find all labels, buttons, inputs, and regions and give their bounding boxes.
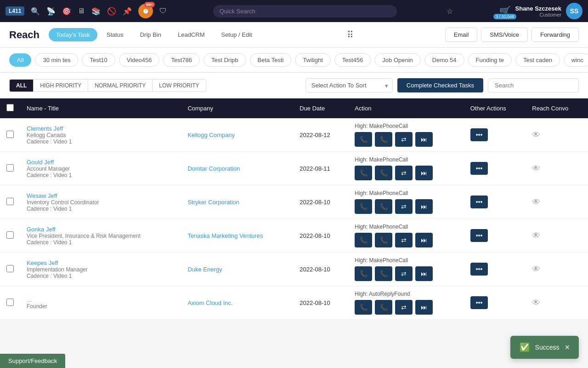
more-actions-btn[interactable]: •••	[470, 162, 488, 175]
view-convo-icon[interactable]: 👁	[532, 298, 540, 307]
company-link[interactable]: Duke Energy	[187, 266, 222, 273]
filter-test786[interactable]: Test786	[163, 53, 200, 67]
pin-icon[interactable]: 📌	[123, 7, 132, 16]
view-convo-icon[interactable]: 👁	[532, 164, 540, 173]
search-nav-icon[interactable]: 🔍	[31, 7, 40, 16]
avatar[interactable]: SS	[566, 3, 582, 19]
view-convo-icon[interactable]: 👁	[532, 197, 540, 207]
skip-btn[interactable]: ⏭	[415, 300, 433, 315]
call-btn-2[interactable]: 📞	[375, 266, 392, 281]
nav-todays-task[interactable]: Today's Task	[49, 28, 97, 41]
call-btn-1[interactable]: 📞	[355, 132, 372, 147]
contact-name-link[interactable]: Keepes Jeff	[27, 259, 175, 266]
contact-name-link[interactable]: Gould Jeff	[27, 159, 175, 166]
priority-group: ALL HIGH PRIORITY NORMAL PRIORITY LOW PR…	[9, 79, 206, 92]
more-actions-btn[interactable]: •••	[470, 229, 488, 242]
complete-checked-btn[interactable]: Complete Checked Tasks	[397, 78, 483, 92]
notification-button[interactable]: 🕐 99+	[138, 4, 153, 18]
transfer-btn[interactable]: ⇄	[395, 266, 413, 281]
call-btn-2[interactable]: 📞	[375, 166, 392, 180]
skip-btn[interactable]: ⏭	[415, 266, 433, 281]
company-link[interactable]: Kellogg Company	[187, 132, 235, 138]
filter-test-caden[interactable]: Test caden	[515, 53, 560, 67]
call-btn-1[interactable]: 📞	[355, 166, 372, 180]
skip-btn[interactable]: ⏭	[415, 166, 433, 180]
contact-name-link[interactable]: ...	[27, 296, 175, 303]
star-icon[interactable]: ☆	[447, 7, 453, 16]
call-btn-2[interactable]: 📞	[375, 233, 392, 247]
layers-icon[interactable]: 📚	[91, 7, 101, 16]
row-checkbox[interactable]	[6, 164, 14, 172]
quick-search-bar[interactable]	[213, 5, 397, 17]
transfer-btn[interactable]: ⇄	[395, 233, 413, 247]
row-checkbox[interactable]	[6, 198, 14, 205]
filter-winc[interactable]: winc	[564, 53, 588, 67]
skip-btn[interactable]: ⏭	[415, 132, 433, 147]
contact-name-link[interactable]: Gonka Jeff	[27, 226, 175, 233]
company-link[interactable]: Domtar Corporation	[187, 165, 240, 172]
filter-test10[interactable]: Test10	[82, 53, 115, 67]
transfer-btn[interactable]: ⇄	[395, 132, 413, 147]
sms-voice-button[interactable]: SMS/Voice	[481, 28, 528, 42]
filter-demo54[interactable]: Demo 54	[424, 53, 464, 67]
nav-status[interactable]: Status	[99, 28, 131, 41]
transfer-btn[interactable]: ⇄	[395, 166, 413, 180]
company-link[interactable]: Stryker Corporation	[187, 199, 239, 206]
company-link[interactable]: Axiom Cloud Inc.	[187, 299, 232, 306]
quick-search-input[interactable]	[213, 5, 397, 17]
high-priority-btn[interactable]: HIGH PRIORITY	[33, 79, 88, 92]
email-button[interactable]: Email	[445, 28, 478, 42]
grid-icon[interactable]: ⠿	[347, 29, 354, 40]
nav-leadcrm[interactable]: LeadCRM	[170, 28, 212, 41]
transfer-btn[interactable]: ⇄	[395, 199, 413, 214]
call-btn-2[interactable]: 📞	[375, 300, 392, 315]
forwarding-button[interactable]: Forwarding	[531, 28, 579, 42]
filter-beta-testi[interactable]: Beta Testi	[250, 53, 292, 67]
all-priority-btn[interactable]: ALL	[9, 79, 33, 92]
target-icon[interactable]: 🎯	[62, 7, 71, 16]
contact-name-link[interactable]: Clements Jeff	[27, 125, 175, 132]
call-btn-1[interactable]: 📞	[355, 199, 372, 214]
block-icon[interactable]: 🚫	[107, 7, 116, 16]
filter-test-dripb[interactable]: Test Dripb	[204, 53, 246, 67]
row-checkbox[interactable]	[6, 231, 14, 239]
cart-area[interactable]: 🛒 3 / 32,048	[499, 6, 511, 17]
view-convo-icon[interactable]: 👁	[532, 130, 540, 139]
company-link[interactable]: Tenaska Marketing Ventures	[187, 232, 263, 239]
select-all-checkbox[interactable]	[6, 104, 14, 111]
nav-drip-bin[interactable]: Drip Bin	[133, 28, 169, 41]
skip-btn[interactable]: ⏭	[415, 199, 433, 214]
nav-setup-edit[interactable]: Setup / Edit	[214, 28, 259, 41]
more-actions-btn[interactable]: •••	[470, 296, 488, 309]
filter-test456[interactable]: Test456	[334, 53, 371, 67]
transfer-btn[interactable]: ⇄	[395, 300, 413, 315]
row-checkbox[interactable]	[6, 299, 14, 306]
more-actions-btn[interactable]: •••	[470, 196, 488, 208]
filter-30-min-tes[interactable]: 30 min tes	[35, 53, 78, 67]
sort-select[interactable]: Select Action To Sort	[305, 78, 393, 92]
shield-icon[interactable]: 🛡	[159, 7, 167, 15]
normal-priority-btn[interactable]: NORMAL PRIORITY	[88, 79, 152, 92]
filter-video456[interactable]: Video456	[119, 53, 160, 67]
call-btn-2[interactable]: 📞	[375, 199, 392, 214]
skip-btn[interactable]: ⏭	[415, 233, 433, 247]
table-search-input[interactable]	[488, 78, 579, 92]
monitor-icon[interactable]: 🖥	[78, 7, 85, 15]
filter-job-openin[interactable]: Job Openin	[374, 53, 421, 67]
row-checkbox[interactable]	[6, 265, 14, 272]
more-actions-btn[interactable]: •••	[470, 128, 488, 141]
call-btn-2[interactable]: 📞	[375, 132, 392, 147]
low-priority-btn[interactable]: LOW PRIORITY	[152, 79, 206, 92]
filter-twilight[interactable]: Twilight	[295, 53, 330, 67]
view-convo-icon[interactable]: 👁	[532, 231, 540, 240]
view-convo-icon[interactable]: 👁	[532, 264, 540, 274]
more-actions-btn[interactable]: •••	[470, 263, 488, 276]
row-checkbox[interactable]	[6, 131, 14, 138]
filter-funding-te[interactable]: Funding te	[468, 53, 512, 67]
feed-icon[interactable]: 📡	[46, 7, 56, 16]
call-btn-1[interactable]: 📞	[355, 300, 372, 315]
call-btn-1[interactable]: 📞	[355, 266, 372, 281]
call-btn-1[interactable]: 📞	[355, 233, 372, 247]
contact-name-link[interactable]: Wesaw Jeff	[27, 192, 175, 199]
filter-all[interactable]: All	[9, 53, 31, 67]
